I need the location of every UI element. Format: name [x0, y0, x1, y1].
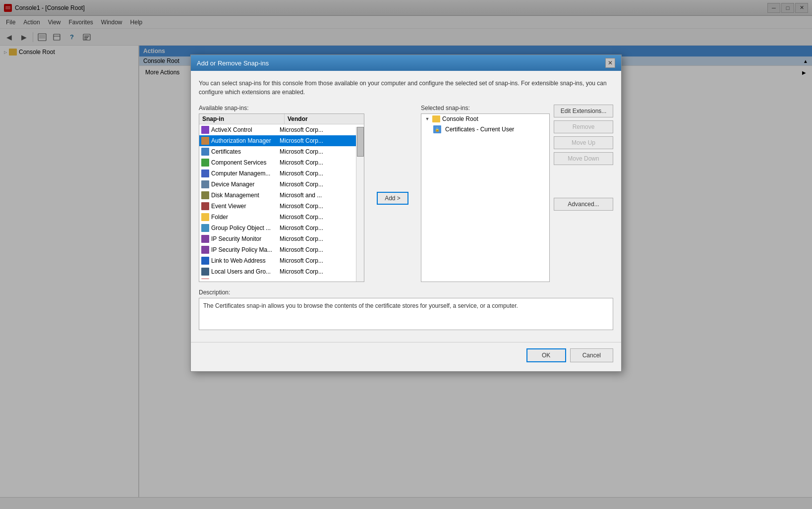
- snapin-icon: [201, 126, 209, 134]
- selected-tree-child-label: Certificates - Current User: [445, 126, 514, 133]
- dialog-columns: Available snap-ins: Snap-in Vendor Activ…: [199, 105, 613, 282]
- snapin-vendor: Microsoft Corp...: [277, 137, 356, 145]
- selected-tree-child[interactable]: 🔒 Certificates - Current User: [421, 124, 549, 135]
- action-buttons-col: Edit Extensions... Remove Move Up Move D…: [554, 105, 613, 211]
- snapin-icon: [201, 257, 209, 265]
- snapin-vendor: Microsoft Corp...: [277, 213, 356, 221]
- snapin-icon: [201, 148, 209, 156]
- description-label: Description:: [199, 289, 613, 296]
- snapin-name: Device Manager: [211, 181, 254, 188]
- move-down-button[interactable]: Move Down: [554, 152, 613, 165]
- snapin-icon: [201, 246, 209, 254]
- list-item[interactable]: IP Security Policy Ma...Microsoft Corp..…: [199, 244, 356, 255]
- list-item[interactable]: Authorization ManagerMicrosoft Corp...: [199, 135, 356, 146]
- advanced-button[interactable]: Advanced...: [554, 198, 613, 211]
- list-item[interactable]: Group Policy Object ...Microsoft Corp...: [199, 223, 356, 233]
- edit-extensions-button[interactable]: Edit Extensions...: [554, 105, 613, 117]
- modal-overlay: Add or Remove Snap-ins ✕ You can select …: [0, 0, 812, 509]
- cancel-button[interactable]: Cancel: [570, 348, 613, 362]
- snapin-name: Disk Management: [211, 192, 259, 199]
- snapin-icon: [201, 279, 209, 279]
- list-item[interactable]: ActiveX ControlMicrosoft Corp...: [199, 124, 356, 135]
- snapin-icon: [201, 170, 209, 177]
- snapin-name: Component Services: [211, 159, 266, 166]
- add-button-col: Add >: [370, 105, 415, 282]
- snapin-name: Authorization Manager: [211, 137, 271, 144]
- snapin-icon: [201, 202, 209, 210]
- snapin-vendor: Microsoft Corp...: [277, 170, 356, 177]
- add-remove-snapins-dialog: Add or Remove Snap-ins ✕ You can select …: [190, 55, 622, 372]
- list-item[interactable]: Component ServicesMicrosoft Corp...: [199, 157, 356, 168]
- snapin-icon: [201, 235, 209, 243]
- list-item[interactable]: Performance MonitorMicrosoft Corp...: [199, 277, 356, 279]
- description-area: Description: The Certificates snap-in al…: [199, 289, 613, 330]
- dialog-footer: OK Cancel: [191, 342, 621, 368]
- selected-snapins-label: Selected snap-ins:: [421, 105, 550, 112]
- list-item[interactable]: Device ManagerMicrosoft Corp...: [199, 179, 356, 190]
- snapin-name: Group Policy Object ...: [211, 225, 271, 231]
- right-section: Selected snap-ins: ▼ Console Root 🔒 Cert…: [421, 105, 613, 282]
- dialog-description: You can select snap-ins for this console…: [199, 79, 613, 97]
- snapin-vendor: Microsoft and ...: [277, 191, 356, 199]
- cert-icon: 🔒: [433, 125, 441, 133]
- snapin-name: Computer Managem...: [211, 170, 270, 177]
- snapin-name: ActiveX Control: [211, 126, 252, 133]
- list-item[interactable]: Computer Managem...Microsoft Corp...: [199, 168, 356, 179]
- snapin-icon: [201, 137, 209, 145]
- remove-button[interactable]: Remove: [554, 120, 613, 133]
- snapin-vendor: Microsoft Corp...: [277, 235, 356, 243]
- list-item[interactable]: Local Users and Gro...Microsoft Corp...: [199, 266, 356, 277]
- snapin-vendor: Microsoft Corp...: [277, 224, 356, 232]
- dialog-title: Add or Remove Snap-ins: [197, 59, 269, 67]
- snapin-icon: [201, 191, 209, 199]
- snapin-name: Certificates: [211, 148, 241, 155]
- snapin-vendor: Microsoft Corp...: [277, 279, 356, 279]
- snapin-vendor: Microsoft Corp...: [277, 159, 356, 167]
- root-folder-icon: [432, 115, 440, 122]
- snapin-icon: [201, 159, 209, 167]
- snapin-vendor: Microsoft Corp...: [277, 246, 356, 254]
- snapin-list-scroll[interactable]: ActiveX ControlMicrosoft Corp...Authoriz…: [199, 124, 364, 279]
- dialog-titlebar: Add or Remove Snap-ins ✕: [191, 55, 621, 71]
- col-header-vendor: Vendor: [285, 114, 364, 124]
- selected-snapins-col: Selected snap-ins: ▼ Console Root 🔒 Cert…: [421, 105, 550, 282]
- list-item[interactable]: FolderMicrosoft Corp...: [199, 212, 356, 223]
- snapin-icon: [201, 213, 209, 221]
- dialog-body: You can select snap-ins for this console…: [191, 71, 621, 338]
- selected-snapins-container[interactable]: ▼ Console Root 🔒 Certificates - Current …: [421, 113, 550, 282]
- snapin-name: Local Users and Gro...: [211, 268, 271, 275]
- snapin-name: IP Security Monitor: [211, 235, 261, 242]
- list-item[interactable]: Event ViewerMicrosoft Corp...: [199, 201, 356, 212]
- add-button[interactable]: Add >: [377, 192, 408, 205]
- selected-tree-root-label: Console Root: [442, 115, 478, 122]
- list-item[interactable]: Link to Web AddressMicrosoft Corp...: [199, 255, 356, 266]
- snapin-vendor: Microsoft Corp...: [277, 268, 356, 276]
- snapin-list-scrollbar[interactable]: [356, 127, 364, 282]
- ok-button[interactable]: OK: [526, 348, 566, 362]
- snapin-vendor: Microsoft Corp...: [277, 180, 356, 188]
- snapin-vendor: Microsoft Corp...: [277, 257, 356, 265]
- move-up-button[interactable]: Move Up: [554, 136, 613, 149]
- dialog-close-button[interactable]: ✕: [605, 58, 615, 68]
- snapin-icon: [201, 180, 209, 188]
- snapin-name: Link to Web Address: [211, 257, 266, 264]
- list-item[interactable]: Disk ManagementMicrosoft and ...: [199, 190, 356, 201]
- snapin-name: IP Security Policy Ma...: [211, 246, 272, 253]
- snapin-list-container: Snap-in Vendor ActiveX ControlMicrosoft …: [199, 113, 364, 282]
- snapin-vendor: Microsoft Corp...: [277, 148, 356, 156]
- available-snapins-col: Available snap-ins: Snap-in Vendor Activ…: [199, 105, 364, 282]
- snapin-vendor: Microsoft Corp...: [277, 202, 356, 210]
- scrollbar-thumb: [357, 127, 364, 157]
- list-item[interactable]: IP Security MonitorMicrosoft Corp...: [199, 233, 356, 244]
- selected-tree-root[interactable]: ▼ Console Root: [421, 114, 549, 124]
- snapin-name: Event Viewer: [211, 203, 246, 210]
- list-item[interactable]: CertificatesMicrosoft Corp...: [199, 146, 356, 157]
- snapin-vendor: Microsoft Corp...: [277, 126, 356, 134]
- snapin-list-header: Snap-in Vendor: [199, 114, 364, 124]
- col-header-snapin: Snap-in: [199, 114, 285, 124]
- snapin-name: Folder: [211, 214, 228, 221]
- description-box: The Certificates snap-in allows you to b…: [199, 298, 613, 330]
- snapin-icon: [201, 224, 209, 232]
- snapin-icon: [201, 268, 209, 276]
- root-expand-icon: ▼: [424, 116, 430, 122]
